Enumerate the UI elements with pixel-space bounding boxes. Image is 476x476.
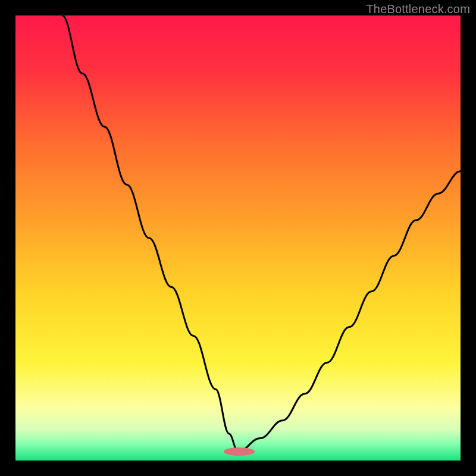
plot-area (15, 15, 461, 461)
optimal-marker (224, 447, 255, 456)
chart-frame: TheBottleneck.com (0, 0, 476, 476)
chart-svg (15, 15, 461, 461)
attribution-text: TheBottleneck.com (366, 2, 470, 16)
gradient-background (15, 15, 461, 461)
